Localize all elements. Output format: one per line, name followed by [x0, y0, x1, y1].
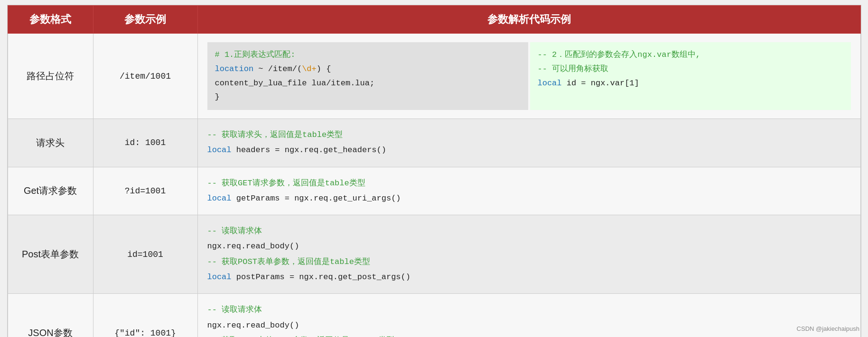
- format-cell: Get请求参数: [8, 167, 93, 215]
- example-cell: id=1001: [93, 215, 197, 294]
- format-cell: JSON参数: [8, 294, 93, 337]
- example-cell: /item/1001: [93, 34, 197, 119]
- format-cell: Post表单参数: [8, 215, 93, 294]
- example-cell: ?id=1001: [93, 167, 197, 215]
- table-row: JSON参数{"id": 1001}-- 读取请求体ngx.req.read_b…: [8, 294, 860, 337]
- example-cell: {"id": 1001}: [93, 294, 197, 337]
- header-col2: 参数示例: [93, 6, 197, 34]
- table-body: 路径占位符/item/1001# 1.正则表达式匹配:location ~ /i…: [8, 34, 860, 337]
- code-cell: -- 获取GET请求参数，返回值是table类型local getParams …: [197, 167, 860, 215]
- table-row: 请求头id: 1001-- 获取请求头，返回值是table类型local hea…: [8, 119, 860, 167]
- param-table: 参数格式 参数示例 参数解析代码示例 路径占位符/item/1001# 1.正则…: [8, 5, 861, 337]
- table-row: Post表单参数id=1001-- 读取请求体ngx.req.read_body…: [8, 215, 860, 294]
- table-row: Get请求参数?id=1001-- 获取GET请求参数，返回值是table类型l…: [8, 167, 860, 215]
- header-col1: 参数格式: [8, 6, 93, 34]
- main-table-wrapper: 参数格式 参数示例 参数解析代码示例 路径占位符/item/1001# 1.正则…: [7, 5, 861, 337]
- code-cell: -- 读取请求体ngx.req.read_body()-- 获取POST表单参数…: [197, 215, 860, 294]
- code-cell: -- 获取请求头，返回值是table类型local headers = ngx.…: [197, 119, 860, 167]
- format-cell: 请求头: [8, 119, 93, 167]
- example-cell: id: 1001: [93, 119, 197, 167]
- table-row: 路径占位符/item/1001# 1.正则表达式匹配:location ~ /i…: [8, 34, 860, 119]
- header-row: 参数格式 参数示例 参数解析代码示例: [8, 6, 860, 34]
- format-cell: 路径占位符: [8, 34, 93, 119]
- code-cell: # 1.正则表达式匹配:location ~ /item/(\d+) { con…: [197, 34, 860, 119]
- watermark: CSDN @jakiechaipush: [797, 325, 859, 332]
- header-col3: 参数解析代码示例: [197, 6, 860, 34]
- code-cell: -- 读取请求体ngx.req.read_body()-- 获取body中的js…: [197, 294, 860, 337]
